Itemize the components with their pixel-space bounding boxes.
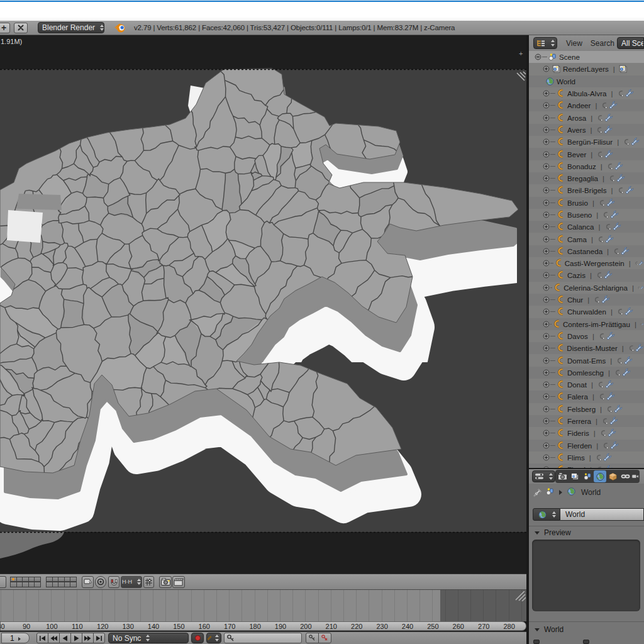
svg-text:1.91M): 1.91M): [1, 38, 22, 45]
svg-text:+: +: [519, 50, 523, 57]
